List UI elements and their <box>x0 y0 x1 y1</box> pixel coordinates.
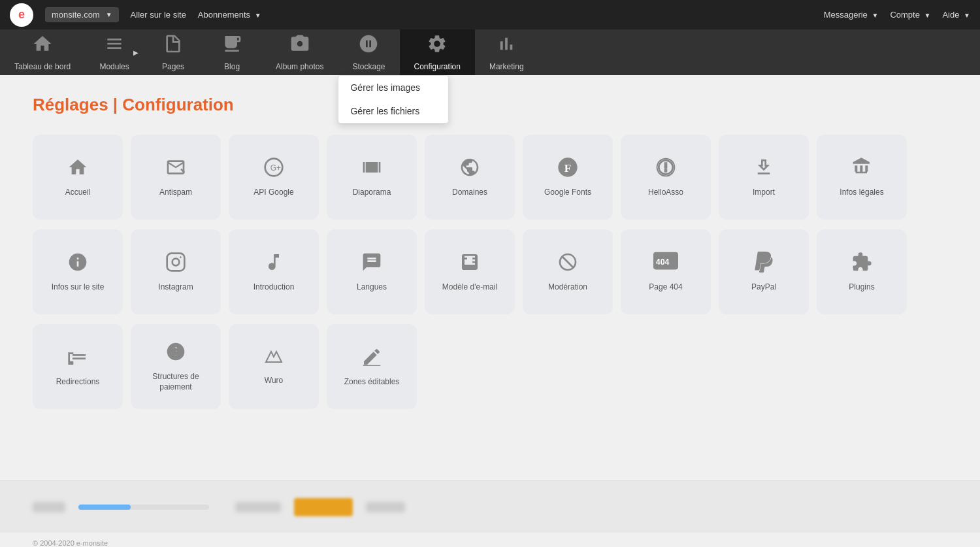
card-label-import: Import <box>753 188 775 198</box>
nav-label-marketing: Marketing <box>489 62 524 71</box>
svg-rect-5 <box>167 253 185 271</box>
card-label-structures-paiement: Structures de paiement <box>137 372 214 392</box>
card-label-paypal: PayPal <box>751 282 776 293</box>
card-label-instagram: Instagram <box>158 282 193 293</box>
page-title: Réglages | Configuration <box>33 95 947 115</box>
card-zones-editables[interactable]: Zones éditables <box>327 324 417 409</box>
card-introduction[interactable]: Introduction <box>229 229 319 314</box>
progress-bar-container <box>78 505 209 510</box>
home-card-icon <box>67 157 88 182</box>
main-nav: Tableau de bord Modules ▶ Pages Blog Alb… <box>0 29 980 75</box>
diaporama-icon <box>361 157 382 182</box>
card-label-infos-site: Infos sur le site <box>52 282 105 293</box>
cards-row-1: Accueil Antispam G+ API Google Diaporama <box>33 135 947 220</box>
card-label-zones-editables: Zones éditables <box>344 377 400 388</box>
cards-row-2: Infos sur le site Instagram Introduction… <box>33 229 947 314</box>
email-icon <box>459 252 480 277</box>
modules-icon <box>104 33 125 58</box>
nav-album-photos[interactable]: Album photos <box>261 29 338 75</box>
redirect-icon <box>67 346 88 372</box>
card-label-google-fonts: Google Fonts <box>544 188 591 198</box>
card-moderation[interactable]: Modération <box>523 229 613 314</box>
svg-point-7 <box>180 256 182 258</box>
footer-orange-button[interactable] <box>294 498 353 516</box>
nav-marketing[interactable]: Marketing <box>475 29 538 75</box>
top-bar-left: e monsite.com ▼ Aller sur le site Abonne… <box>10 3 261 27</box>
gerer-fichiers-item[interactable]: Gérer les fichiers <box>338 99 448 123</box>
introduction-icon <box>263 252 284 277</box>
card-api-google[interactable]: G+ API Google <box>229 135 319 220</box>
nav-modules[interactable]: Modules ▶ <box>85 29 144 75</box>
card-page-404[interactable]: 404 Page 404 <box>621 229 711 314</box>
bank-icon <box>851 157 872 182</box>
pages-icon <box>163 33 184 58</box>
aide-link[interactable]: Aide ▼ <box>942 10 970 20</box>
nav-label-album: Album photos <box>276 62 323 71</box>
card-label-modele-email: Modèle d'e-mail <box>442 282 497 293</box>
svg-text:F: F <box>564 161 572 174</box>
card-infos-site[interactable]: Infos sur le site <box>33 229 123 314</box>
top-bar-right: Messagerie ▼ Compte ▼ Aide ▼ <box>824 10 970 20</box>
card-infos-legales[interactable]: Infos légales <box>817 135 907 220</box>
nav-blog[interactable]: Blog <box>203 29 261 75</box>
card-paypal[interactable]: PayPal <box>719 229 809 314</box>
aller-sur-site-link[interactable]: Aller sur le site <box>131 10 186 20</box>
logo[interactable]: e <box>10 3 33 27</box>
card-antispam[interactable]: Antispam <box>131 135 221 220</box>
nav-label-modules: Modules <box>99 62 129 71</box>
card-label-helloasso: HelloAsso <box>648 188 683 198</box>
card-import[interactable]: Import <box>719 135 809 220</box>
svg-rect-11 <box>363 365 381 365</box>
card-label-plugins: Plugins <box>849 282 874 293</box>
chart-icon <box>496 33 517 58</box>
footer-bottom: © 2004-2020 e-monsite <box>0 533 980 547</box>
moderation-icon <box>557 252 578 277</box>
nav-configuration[interactable]: Configuration <box>400 29 475 75</box>
nav-tableau-de-bord[interactable]: Tableau de bord <box>0 29 85 75</box>
card-instagram[interactable]: Instagram <box>131 229 221 314</box>
nav-label-stockage: Stockage <box>352 62 385 71</box>
card-label-langues: Langues <box>357 282 387 293</box>
nav-label-tableau: Tableau de bord <box>14 62 71 71</box>
404-icon: 404 <box>653 252 678 277</box>
stockage-dropdown: Gérer les images Gérer les fichiers <box>338 75 449 124</box>
plugins-icon <box>851 252 872 277</box>
gerer-images-item[interactable]: Gérer les images <box>338 76 448 99</box>
card-wuro[interactable]: Wuro <box>229 324 319 409</box>
svg-text:404: 404 <box>656 257 670 267</box>
footer-bar <box>0 480 980 533</box>
content-area: Réglages | Configuration Accueil Antispa… <box>0 75 980 480</box>
card-label-diaporama: Diaporama <box>353 188 391 198</box>
footer-placeholder-3 <box>366 502 405 512</box>
card-google-fonts[interactable]: F Google Fonts <box>523 135 613 220</box>
card-redirections[interactable]: Redirections <box>33 324 123 409</box>
card-domaines[interactable]: Domaines <box>425 135 515 220</box>
card-label-accueil: Accueil <box>65 188 91 198</box>
import-icon <box>753 157 774 182</box>
card-modele-email[interactable]: Modèle d'e-mail <box>425 229 515 314</box>
card-label-domaines: Domaines <box>452 188 487 198</box>
domaines-icon <box>459 157 480 182</box>
structures-icon <box>165 341 186 367</box>
card-accueil[interactable]: Accueil <box>33 135 123 220</box>
card-diaporama[interactable]: Diaporama <box>327 135 417 220</box>
blog-icon <box>221 33 242 58</box>
nav-label-pages: Pages <box>162 62 184 71</box>
wuro-icon <box>263 348 284 371</box>
site-name-dropdown[interactable]: monsite.com ▼ <box>45 7 119 22</box>
svg-point-6 <box>172 258 180 265</box>
card-label-moderation: Modération <box>548 282 587 293</box>
nav-label-blog: Blog <box>224 62 240 71</box>
top-bar: e monsite.com ▼ Aller sur le site Abonne… <box>0 0 980 29</box>
card-langues[interactable]: Langues <box>327 229 417 314</box>
card-helloasso[interactable]: HelloAsso <box>621 135 711 220</box>
card-structures-paiement[interactable]: Structures de paiement <box>131 324 221 409</box>
nav-stockage[interactable]: Stockage Gérer les images Gérer les fich… <box>338 29 399 75</box>
messagerie-link[interactable]: Messagerie ▼ <box>824 10 879 20</box>
abonnements-link[interactable]: Abonnements ▼ <box>198 10 261 20</box>
compte-link[interactable]: Compte ▼ <box>890 10 930 20</box>
card-label-redirections: Redirections <box>56 377 100 388</box>
nav-pages[interactable]: Pages <box>144 29 203 75</box>
card-plugins[interactable]: Plugins <box>817 229 907 314</box>
site-dropdown-arrow: ▼ <box>106 11 112 18</box>
